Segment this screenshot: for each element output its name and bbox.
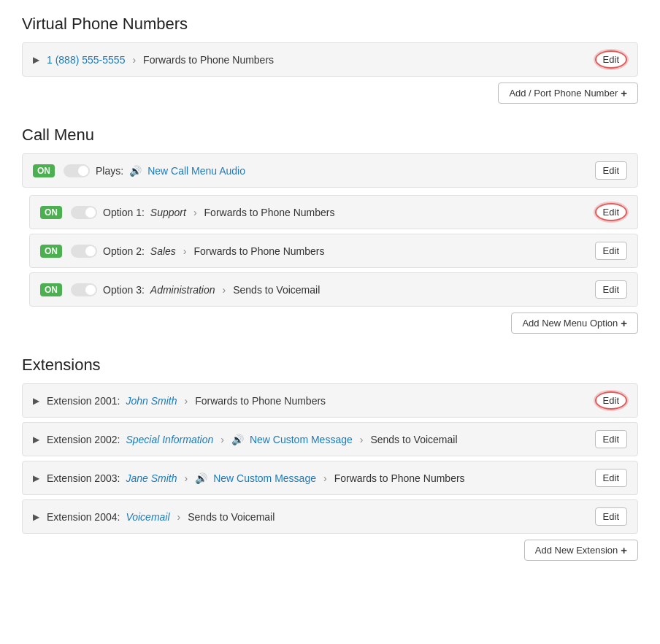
option1-label: Option 1: bbox=[103, 207, 145, 218]
add-menu-option-plus-icon: + bbox=[621, 317, 627, 329]
call-menu-main-row: ON Plays: 🔊 New Call Menu Audio Edit bbox=[22, 153, 638, 188]
ext1-chevron: › bbox=[184, 395, 188, 407]
option3-edit-button[interactable]: Edit bbox=[595, 280, 627, 299]
ext3-chevron2: › bbox=[323, 472, 327, 484]
ext2-audio: New Custom Message bbox=[250, 434, 353, 445]
ext3-number: Extension 2003: bbox=[47, 472, 120, 484]
option3-action: Sends to Voicemail bbox=[233, 284, 320, 296]
option3-toggle-track[interactable] bbox=[71, 283, 97, 296]
option3-right: Edit bbox=[595, 280, 627, 299]
call-menu-audio-label: New Call Menu Audio bbox=[147, 165, 245, 177]
option1-edit-button[interactable]: Edit bbox=[595, 203, 627, 221]
option2-right: Edit bbox=[595, 242, 627, 260]
ext3-action: Forwards to Phone Numbers bbox=[334, 472, 465, 484]
option2-left: ON Option 2: Sales › Forwards to Phone N… bbox=[40, 245, 595, 258]
ext3-name: Jane Smith bbox=[126, 472, 177, 484]
add-new-menu-option-button[interactable]: Add New Menu Option + bbox=[511, 313, 638, 334]
ext4-chevron: › bbox=[177, 511, 181, 523]
phone-number-row: ▶ 1 (888) 555-5555 › Forwards to Phone N… bbox=[22, 42, 638, 77]
ext2-chevron2: › bbox=[360, 434, 364, 445]
ext4-right: Edit bbox=[595, 507, 627, 526]
add-extension-btn-row: Add New Extension + bbox=[22, 540, 638, 561]
phone-chevron-icon: › bbox=[132, 54, 136, 66]
option1-chevron: › bbox=[193, 207, 197, 218]
add-new-extension-button[interactable]: Add New Extension + bbox=[524, 540, 638, 561]
add-extension-plus-icon: + bbox=[621, 544, 627, 556]
virtual-phone-numbers-section: Virtual Phone Numbers ▶ 1 (888) 555-5555… bbox=[22, 15, 638, 104]
call-menu-section: Call Menu ON Plays: 🔊 New Call Menu Audi… bbox=[22, 126, 638, 334]
ext3-speaker-icon: 🔊 bbox=[195, 472, 207, 484]
option2-name: Sales bbox=[150, 245, 176, 257]
add-port-phone-label: Add / Port Phone Number bbox=[509, 88, 618, 99]
extension-row: ▶ Extension 2001: John Smith › Forwards … bbox=[22, 383, 638, 418]
phone-row-right: Edit bbox=[595, 50, 627, 69]
option3-left: ON Option 3: Administration › Sends to V… bbox=[40, 283, 595, 296]
option3-label: Option 3: bbox=[103, 284, 145, 296]
option3-chevron: › bbox=[223, 284, 226, 296]
option3-name: Administration bbox=[150, 284, 215, 296]
ext3-chevron: › bbox=[184, 472, 188, 484]
ext3-audio: New Custom Message bbox=[213, 472, 316, 484]
ext3-left: ▶ Extension 2003: Jane Smith › 🔊 New Cus… bbox=[33, 472, 595, 484]
ext2-right: Edit bbox=[595, 430, 627, 448]
option3-toggle-on: ON bbox=[40, 283, 62, 296]
extension-row: ▶ Extension 2004: Voicemail › Sends to V… bbox=[22, 499, 638, 534]
phone-edit-button[interactable]: Edit bbox=[595, 50, 627, 69]
extension-row: ▶ Extension 2003: Jane Smith › 🔊 New Cus… bbox=[22, 461, 638, 495]
option2-edit-button[interactable]: Edit bbox=[595, 242, 627, 260]
add-extension-label: Add New Extension bbox=[535, 545, 618, 556]
add-menu-option-btn-row: Add New Menu Option + bbox=[22, 313, 638, 334]
call-menu-options: ON Option 1: Support › Forwards to Phone… bbox=[22, 195, 638, 307]
ext2-speaker-icon: 🔊 bbox=[231, 434, 244, 445]
call-menu-speaker-icon: 🔊 bbox=[129, 165, 142, 177]
option1-toggle-on: ON bbox=[40, 206, 62, 219]
option1-right: Edit bbox=[595, 203, 627, 221]
ext2-arrow-icon: ▶ bbox=[33, 434, 39, 445]
call-menu-toggle-track[interactable] bbox=[64, 164, 90, 177]
call-menu-option-row: ON Option 1: Support › Forwards to Phone… bbox=[29, 195, 638, 229]
ext3-arrow-icon: ▶ bbox=[33, 473, 39, 483]
ext2-chevron: › bbox=[220, 434, 224, 445]
ext2-number: Extension 2002: bbox=[47, 434, 120, 445]
ext1-edit-button[interactable]: Edit bbox=[595, 391, 627, 410]
ext1-action: Forwards to Phone Numbers bbox=[195, 395, 326, 407]
call-menu-toggle-on: ON bbox=[33, 164, 55, 177]
ext3-right: Edit bbox=[595, 469, 627, 487]
ext4-action: Sends to Voicemail bbox=[188, 511, 275, 523]
ext2-name: Special Information bbox=[126, 434, 213, 445]
option2-toggle-track[interactable] bbox=[71, 245, 97, 258]
option1-toggle-track[interactable] bbox=[71, 206, 97, 219]
extensions-section: Extensions ▶ Extension 2001: John Smith … bbox=[22, 356, 638, 561]
add-menu-option-label: Add New Menu Option bbox=[522, 318, 618, 329]
virtual-phone-numbers-title: Virtual Phone Numbers bbox=[22, 15, 638, 34]
ext4-left: ▶ Extension 2004: Voicemail › Sends to V… bbox=[33, 511, 595, 523]
ext4-number: Extension 2004: bbox=[47, 511, 120, 523]
call-menu-option-row: ON Option 3: Administration › Sends to V… bbox=[29, 272, 638, 307]
call-menu-option-row: ON Option 2: Sales › Forwards to Phone N… bbox=[29, 234, 638, 268]
add-port-plus-icon: + bbox=[621, 87, 627, 99]
option2-action: Forwards to Phone Numbers bbox=[194, 245, 325, 257]
option2-chevron: › bbox=[183, 245, 187, 257]
add-port-phone-button[interactable]: Add / Port Phone Number + bbox=[498, 83, 638, 104]
phone-arrow-icon: ▶ bbox=[33, 55, 39, 65]
add-phone-btn-row: Add / Port Phone Number + bbox=[22, 83, 638, 104]
ext4-arrow-icon: ▶ bbox=[33, 512, 39, 522]
ext4-edit-button[interactable]: Edit bbox=[595, 507, 627, 526]
ext1-left: ▶ Extension 2001: John Smith › Forwards … bbox=[33, 395, 595, 407]
ext1-arrow-icon: ▶ bbox=[33, 396, 39, 406]
phone-forward-text: Forwards to Phone Numbers bbox=[143, 54, 274, 66]
ext1-right: Edit bbox=[595, 391, 627, 410]
ext1-name: John Smith bbox=[126, 395, 177, 407]
ext1-number: Extension 2001: bbox=[47, 395, 120, 407]
option1-left: ON Option 1: Support › Forwards to Phone… bbox=[40, 206, 595, 219]
option1-name: Support bbox=[150, 207, 186, 218]
option2-label: Option 2: bbox=[103, 245, 145, 257]
option2-toggle-on: ON bbox=[40, 245, 62, 258]
ext4-name: Voicemail bbox=[126, 511, 169, 523]
call-menu-main-left: ON Plays: 🔊 New Call Menu Audio bbox=[33, 164, 245, 177]
ext2-action: Sends to Voicemail bbox=[370, 434, 457, 445]
ext2-left: ▶ Extension 2002: Special Information › … bbox=[33, 434, 595, 445]
ext3-edit-button[interactable]: Edit bbox=[595, 469, 627, 487]
call-menu-main-edit-button[interactable]: Edit bbox=[595, 161, 627, 180]
ext2-edit-button[interactable]: Edit bbox=[595, 430, 627, 448]
